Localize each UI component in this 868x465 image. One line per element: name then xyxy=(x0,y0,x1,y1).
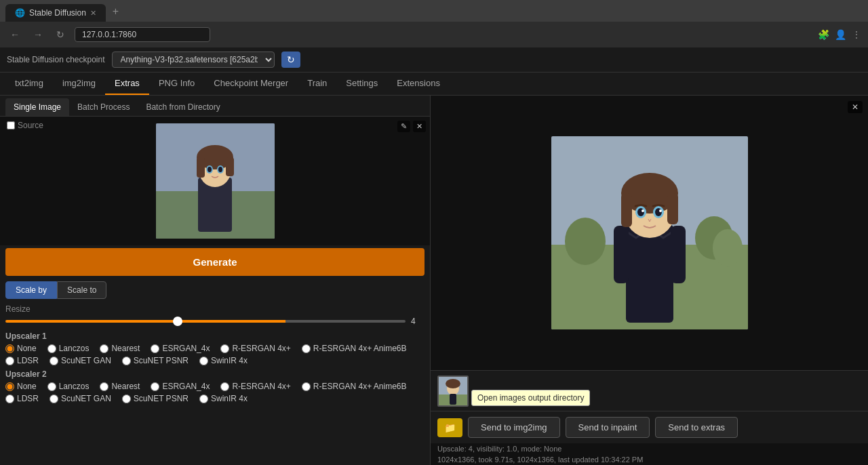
svg-point-15 xyxy=(713,229,743,267)
thumbnail-svg xyxy=(439,377,467,405)
upscaler2-resrgan4x[interactable]: R-ESRGAN 4x+ xyxy=(220,382,290,391)
source-checkbox[interactable] xyxy=(7,121,15,129)
upscaler2-esrgan4x[interactable]: ESRGAN_4x xyxy=(151,382,210,391)
action-bar: 📁 Open images output directory Send to i… xyxy=(431,411,868,443)
upscaler2-ldsr[interactable]: LDSR xyxy=(5,394,39,403)
svg-rect-5 xyxy=(197,157,205,178)
tab-checkpoint-merger[interactable]: Checkpoint Merger xyxy=(204,73,298,95)
upscaler2-section: Upscaler 2 None Lanczos Nearest ESRGAN_4… xyxy=(0,367,430,405)
profile-icon[interactable]: 👤 xyxy=(835,29,846,40)
scale-tabs: Scale by Scale to xyxy=(0,279,430,302)
address-bar: ← → ↻ 127.0.0.1:7860 🧩 👤 ⋮ xyxy=(0,22,868,47)
folder-tooltip: Open images output directory xyxy=(471,390,590,406)
upscaler1-scunet-gan[interactable]: ScuNET GAN xyxy=(50,356,111,365)
status-line2: 1024x1366, took 9.71s, 1024x1366, last u… xyxy=(431,454,868,465)
subtab-batch-process[interactable]: Batch Process xyxy=(69,98,138,116)
svg-point-9 xyxy=(208,167,212,172)
resize-value: 4 xyxy=(411,317,425,326)
svg-point-28 xyxy=(659,209,662,212)
upscaler2-label: Upscaler 2 xyxy=(5,369,425,379)
subtab-batch-from-directory[interactable]: Batch from Directory xyxy=(138,98,228,116)
upscaler2-nearest[interactable]: Nearest xyxy=(100,382,140,391)
svg-rect-21 xyxy=(621,193,632,227)
anime-character-svg xyxy=(156,123,275,239)
forward-button[interactable]: → xyxy=(30,28,46,41)
svg-point-26 xyxy=(655,208,662,216)
resize-slider[interactable] xyxy=(5,320,406,323)
upscaler2-none[interactable]: None xyxy=(5,382,37,391)
new-tab-button[interactable]: + xyxy=(106,1,125,22)
tab-settings[interactable]: Settings xyxy=(336,73,387,95)
url-input[interactable]: 127.0.0.1:7860 xyxy=(75,27,210,42)
svg-rect-22 xyxy=(667,193,678,224)
svg-point-27 xyxy=(642,209,644,212)
tab-train[interactable]: Train xyxy=(298,73,336,95)
edit-image-button[interactable]: ✎ xyxy=(397,121,410,132)
svg-rect-17 xyxy=(614,226,629,283)
svg-point-25 xyxy=(637,208,644,216)
source-image-area: Source xyxy=(0,117,430,245)
tab-title: Stable Diffusion xyxy=(29,8,86,18)
upscaler1-ldsr[interactable]: LDSR xyxy=(5,356,39,365)
resize-section: Resize 4 xyxy=(0,302,430,329)
menu-icon[interactable]: ⋮ xyxy=(852,29,861,40)
svg-point-32 xyxy=(446,379,460,388)
image-overlay-buttons: ✎ ✕ xyxy=(397,121,426,132)
reload-button[interactable]: ↻ xyxy=(53,28,68,41)
output-image-area: ✕ xyxy=(431,96,868,370)
upscaler1-nearest[interactable]: Nearest xyxy=(100,344,140,353)
send-to-inpaint-button[interactable]: Send to inpaint xyxy=(566,417,650,438)
open-output-folder-button[interactable]: 📁 xyxy=(437,418,462,437)
source-image[interactable] xyxy=(156,123,275,239)
svg-rect-18 xyxy=(671,226,686,283)
svg-point-13 xyxy=(565,218,606,265)
tab-extras[interactable]: Extras xyxy=(105,73,149,95)
content-area: Single Image Batch Process Batch from Di… xyxy=(0,96,868,465)
upscaler1-scunet-psnr[interactable]: ScuNET PSNR xyxy=(122,356,189,365)
active-tab[interactable]: 🌐 Stable Diffusion ✕ xyxy=(5,4,106,22)
thumbnail-item[interactable] xyxy=(437,376,469,407)
tab-txt2img[interactable]: txt2img xyxy=(5,73,53,95)
svg-point-10 xyxy=(218,167,222,172)
upscaler2-options: None Lanczos Nearest ESRGAN_4x R-ESRGAN … xyxy=(5,382,425,403)
tab-favicon: 🌐 xyxy=(15,8,25,18)
checkpoint-label: Stable Diffusion checkpoint xyxy=(7,55,105,64)
clear-image-button[interactable]: ✕ xyxy=(413,121,426,132)
app: Stable Diffusion checkpoint Anything-V3-… xyxy=(0,47,868,465)
browser-icons: 🧩 👤 ⋮ xyxy=(818,29,861,40)
main-tabs: txt2img img2img Extras PNG Info Checkpoi… xyxy=(0,73,868,96)
upscaler1-esrgan4x[interactable]: ESRGAN_4x xyxy=(151,344,210,353)
scale-to-tab[interactable]: Scale to xyxy=(57,281,106,299)
tab-png-info[interactable]: PNG Info xyxy=(149,73,204,95)
upscaler1-none[interactable]: None xyxy=(5,344,37,353)
back-button[interactable]: ← xyxy=(7,28,23,41)
left-panel: Single Image Batch Process Batch from Di… xyxy=(0,96,431,465)
tab-close-button[interactable]: ✕ xyxy=(90,9,96,18)
app-header: Stable Diffusion checkpoint Anything-V3-… xyxy=(0,47,868,73)
output-close-button[interactable]: ✕ xyxy=(848,101,863,113)
tab-extensions[interactable]: Extensions xyxy=(387,73,450,95)
extensions-icon[interactable]: 🧩 xyxy=(818,29,829,40)
upscaler2-resrgan4x-anime[interactable]: R-ESRGAN 4x+ Anime6B xyxy=(302,382,407,391)
upscaler1-resrgan4x-anime[interactable]: R-ESRGAN 4x+ Anime6B xyxy=(302,344,407,353)
upscaler2-scunet-psnr[interactable]: ScuNET PSNR xyxy=(122,394,189,403)
upscaler2-lanczos[interactable]: Lanczos xyxy=(47,382,90,391)
svg-rect-33 xyxy=(450,394,456,405)
generate-button[interactable]: Generate xyxy=(5,248,425,276)
refresh-checkpoint-button[interactable]: ↻ xyxy=(281,52,300,68)
subtab-single-image[interactable]: Single Image xyxy=(5,98,69,116)
send-to-extras-button[interactable]: Send to extras xyxy=(655,417,738,438)
tab-img2img[interactable]: img2img xyxy=(53,73,105,95)
output-image xyxy=(551,136,748,329)
upscaler2-swinir[interactable]: SwinIR 4x xyxy=(199,394,248,403)
upscaler1-label: Upscaler 1 xyxy=(5,331,425,341)
checkpoint-select[interactable]: Anything-V3-fp32.safetensors [625a2ba2] xyxy=(112,52,275,68)
slider-row: 4 xyxy=(5,317,425,326)
upscaler1-swinir[interactable]: SwinIR 4x xyxy=(199,356,248,365)
scale-by-tab[interactable]: Scale by xyxy=(5,281,57,299)
upscaler1-lanczos[interactable]: Lanczos xyxy=(47,344,90,353)
upscaler2-scunet-gan[interactable]: ScuNET GAN xyxy=(50,394,111,403)
upscaler1-resrgan4x[interactable]: R-ESRGAN 4x+ xyxy=(220,344,290,353)
send-to-img2img-button[interactable]: Send to img2img xyxy=(468,417,560,438)
upscaler1-options: None Lanczos Nearest ESRGAN_4x R-ESRGAN … xyxy=(5,344,425,365)
